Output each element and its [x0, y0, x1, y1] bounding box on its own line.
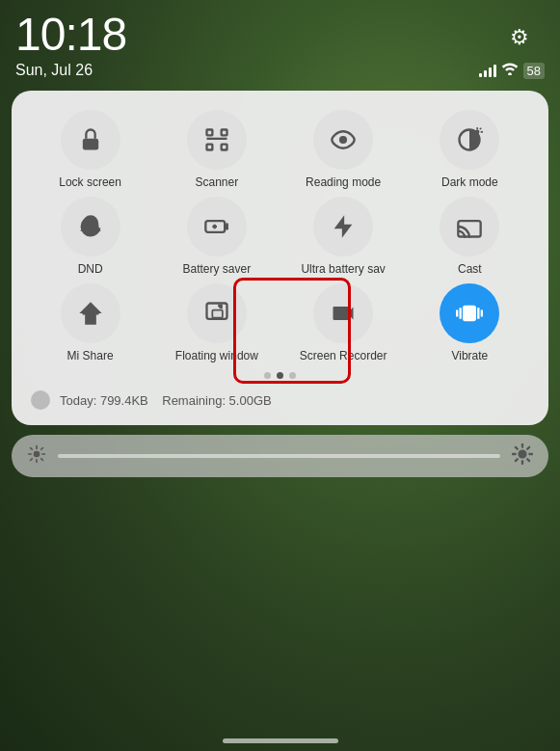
floating-window-icon: [187, 283, 247, 343]
brightness-max-icon: [512, 443, 533, 469]
lock-screen-icon: [61, 110, 120, 170]
cast-icon: [440, 197, 499, 256]
svg-line-31: [41, 447, 43, 449]
dot-1: [264, 372, 271, 379]
reading-mode-label: Reading mode: [306, 175, 381, 189]
data-usage-text: Today: 799.4KB Remaining: 5.00GB: [60, 393, 272, 408]
tile-row-3: Mi Share Floating window: [27, 283, 533, 362]
signal-icons: 58: [479, 62, 545, 79]
dot-3: [289, 372, 296, 379]
brightness-min-icon: [27, 444, 46, 469]
tile-dark-mode[interactable]: Dark mode: [416, 110, 522, 189]
svg-line-27: [41, 458, 43, 460]
scanner-icon: [187, 110, 247, 170]
brightness-bar[interactable]: [12, 435, 548, 477]
tile-cast[interactable]: Cast: [416, 197, 522, 276]
scanner-label: Scanner: [196, 175, 239, 189]
tile-dnd[interactable]: DND: [38, 197, 144, 276]
dark-mode-icon: [440, 110, 499, 170]
svg-rect-1: [82, 139, 97, 150]
mi-share-label: Mi Share: [67, 349, 114, 362]
svg-rect-5: [222, 145, 227, 150]
svg-line-35: [516, 446, 518, 448]
signal-strength-icon: [479, 64, 496, 77]
dnd-label: DND: [78, 262, 103, 276]
svg-line-30: [31, 458, 33, 460]
tile-row-1: Lock screen Scanner: [27, 110, 533, 189]
ultra-battery-label: Ultra battery sav: [301, 262, 385, 276]
svg-point-19: [95, 311, 99, 315]
dnd-icon: [61, 197, 120, 256]
svg-point-8: [475, 130, 480, 135]
data-circle-icon: [31, 390, 50, 410]
dot-2: [277, 372, 283, 379]
svg-line-36: [527, 459, 529, 461]
gear-icon[interactable]: ⚙: [510, 25, 529, 50]
battery-saver-icon: [187, 197, 247, 256]
svg-point-32: [518, 449, 526, 458]
ultra-battery-icon: [313, 197, 373, 256]
tile-ultra-battery[interactable]: Ultra battery sav: [290, 197, 396, 276]
svg-point-7: [339, 136, 347, 144]
quick-settings-panel: Lock screen Scanner: [12, 91, 548, 425]
battery-indicator: 58: [523, 63, 545, 79]
tile-row-2: DND Battery saver Ultra battery sav: [27, 197, 533, 276]
tile-reading-mode[interactable]: Reading mode: [290, 110, 396, 189]
date-display: Sun, Jul 26: [15, 62, 93, 79]
cast-label: Cast: [458, 262, 482, 276]
clock: 10:18: [15, 12, 545, 58]
tile-floating-window[interactable]: Floating window: [164, 283, 270, 362]
svg-point-23: [34, 450, 40, 457]
tile-screen-recorder[interactable]: Screen Recorder: [290, 283, 396, 362]
vibrate-label: Vibrate: [451, 349, 488, 362]
screen-recorder-icon: [313, 283, 373, 343]
svg-line-26: [31, 447, 33, 449]
battery-saver-label: Battery saver: [183, 262, 252, 276]
tile-scanner[interactable]: Scanner: [164, 110, 270, 189]
page-dots: [27, 372, 533, 379]
tile-mi-share[interactable]: Mi Share: [38, 283, 144, 362]
vibrate-icon: [440, 283, 499, 343]
screen-recorder-label: Screen Recorder: [300, 349, 387, 362]
reading-mode-icon: [313, 110, 373, 170]
dark-mode-label: Dark mode: [441, 175, 498, 189]
svg-line-40: [527, 446, 529, 448]
svg-rect-3: [222, 130, 227, 136]
floating-window-label: Floating window: [175, 349, 258, 362]
svg-point-0: [508, 72, 512, 75]
svg-marker-15: [334, 215, 353, 237]
svg-rect-4: [206, 145, 212, 150]
svg-line-11: [480, 128, 482, 130]
home-indicator: [223, 738, 338, 743]
tile-row-3-container: Mi Share Floating window: [27, 283, 533, 362]
svg-point-18: [82, 311, 86, 315]
svg-rect-2: [206, 130, 212, 136]
lock-screen-label: Lock screen: [59, 175, 121, 189]
tile-vibrate[interactable]: Vibrate: [416, 283, 522, 362]
data-usage-bar: Today: 799.4KB Remaining: 5.00GB: [27, 390, 533, 410]
wifi-icon: [501, 62, 519, 79]
status-bar: 10:18 ⚙ Sun, Jul 26 58: [0, 0, 560, 83]
mi-share-icon: [61, 283, 120, 343]
tile-battery-saver[interactable]: Battery saver: [164, 197, 270, 276]
svg-rect-21: [212, 310, 223, 318]
brightness-slider[interactable]: [58, 454, 500, 458]
tile-lock-screen[interactable]: Lock screen: [38, 110, 144, 189]
svg-line-39: [516, 459, 518, 461]
